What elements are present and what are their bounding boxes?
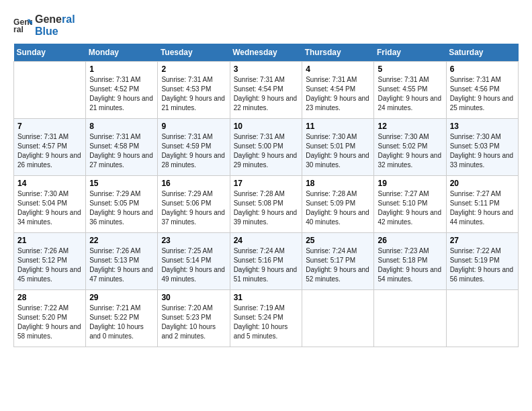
col-header-thursday: Thursday [302,44,374,62]
day-number: 10 [234,122,299,131]
day-info: Sunrise: 7:22 AMSunset: 5:19 PMDaylight:… [450,246,515,284]
logo-icon: Gene ral [13,16,32,35]
col-header-sunday: Sunday [14,44,86,62]
calendar-cell: 16Sunrise: 7:29 AMSunset: 5:06 PMDayligh… [158,176,230,233]
day-info: Sunrise: 7:30 AMSunset: 5:02 PMDaylight:… [378,132,442,170]
calendar-cell: 28Sunrise: 7:22 AMSunset: 5:20 PMDayligh… [14,290,86,347]
day-info: Sunrise: 7:31 AMSunset: 4:54 PMDaylight:… [234,75,299,113]
calendar-cell: 3Sunrise: 7:31 AMSunset: 4:54 PMDaylight… [230,62,302,119]
day-info: Sunrise: 7:31 AMSunset: 4:53 PMDaylight:… [161,75,226,113]
day-info: Sunrise: 7:27 AMSunset: 5:10 PMDaylight:… [378,189,442,227]
day-info: Sunrise: 7:29 AMSunset: 5:06 PMDaylight:… [161,189,226,227]
calendar-cell: 21Sunrise: 7:26 AMSunset: 5:12 PMDayligh… [14,233,86,290]
day-info: Sunrise: 7:31 AMSunset: 4:56 PMDaylight:… [450,75,515,113]
day-number: 19 [378,179,442,188]
col-header-monday: Monday [86,44,158,62]
day-info: Sunrise: 7:30 AMSunset: 5:01 PMDaylight:… [306,132,370,170]
day-info: Sunrise: 7:31 AMSunset: 4:57 PMDaylight:… [17,132,82,170]
calendar-cell: 25Sunrise: 7:24 AMSunset: 5:17 PMDayligh… [302,233,374,290]
day-number: 31 [234,293,299,302]
calendar-cell: 13Sunrise: 7:30 AMSunset: 5:03 PMDayligh… [446,119,518,176]
calendar-cell: 29Sunrise: 7:21 AMSunset: 5:22 PMDayligh… [86,290,158,347]
calendar-cell: 14Sunrise: 7:30 AMSunset: 5:04 PMDayligh… [14,176,86,233]
calendar-cell: 9Sunrise: 7:31 AMSunset: 4:59 PMDaylight… [158,119,230,176]
calendar-cell: 5Sunrise: 7:31 AMSunset: 4:55 PMDaylight… [374,62,446,119]
day-number: 8 [89,122,154,131]
day-number: 4 [306,64,370,74]
day-number: 11 [306,122,370,131]
day-number: 30 [161,293,226,302]
day-number: 3 [234,64,299,74]
day-info: Sunrise: 7:28 AMSunset: 5:08 PMDaylight:… [234,189,299,227]
day-number: 5 [378,64,442,74]
day-info: Sunrise: 7:31 AMSunset: 4:54 PMDaylight:… [306,75,370,113]
day-info: Sunrise: 7:24 AMSunset: 5:17 PMDaylight:… [306,246,370,284]
day-number: 21 [17,236,82,245]
calendar-cell: 4Sunrise: 7:31 AMSunset: 4:54 PMDaylight… [302,62,374,119]
day-number: 9 [161,122,226,131]
calendar-cell: 23Sunrise: 7:25 AMSunset: 5:14 PMDayligh… [158,233,230,290]
calendar-cell: 24Sunrise: 7:24 AMSunset: 5:16 PMDayligh… [230,233,302,290]
day-number: 7 [17,122,82,131]
day-number: 22 [89,236,154,245]
day-number: 28 [17,293,82,302]
day-number: 20 [450,179,515,188]
day-info: Sunrise: 7:28 AMSunset: 5:09 PMDaylight:… [306,189,370,227]
day-info: Sunrise: 7:30 AMSunset: 5:03 PMDaylight:… [450,132,515,170]
day-info: Sunrise: 7:27 AMSunset: 5:11 PMDaylight:… [450,189,515,227]
calendar-cell: 19Sunrise: 7:27 AMSunset: 5:10 PMDayligh… [374,176,446,233]
day-info: Sunrise: 7:29 AMSunset: 5:05 PMDaylight:… [89,189,154,227]
calendar-cell: 22Sunrise: 7:26 AMSunset: 5:13 PMDayligh… [86,233,158,290]
day-number: 23 [161,236,226,245]
calendar-cell: 12Sunrise: 7:30 AMSunset: 5:02 PMDayligh… [374,119,446,176]
day-number: 27 [450,236,515,245]
day-number: 25 [306,236,370,245]
day-number: 18 [306,179,370,188]
day-info: Sunrise: 7:30 AMSunset: 5:04 PMDaylight:… [17,189,82,227]
calendar-cell: 18Sunrise: 7:28 AMSunset: 5:09 PMDayligh… [302,176,374,233]
day-info: Sunrise: 7:21 AMSunset: 5:22 PMDaylight:… [89,304,154,341]
day-number: 14 [17,179,82,188]
calendar-cell [446,290,518,347]
calendar-cell: 2Sunrise: 7:31 AMSunset: 4:53 PMDaylight… [158,62,230,119]
day-number: 29 [89,293,154,302]
calendar-cell: 17Sunrise: 7:28 AMSunset: 5:08 PMDayligh… [230,176,302,233]
day-number: 6 [450,64,515,74]
col-header-saturday: Saturday [446,44,518,62]
day-number: 1 [89,64,154,74]
day-number: 16 [161,179,226,188]
calendar-cell [14,62,86,119]
calendar-cell: 10Sunrise: 7:31 AMSunset: 5:00 PMDayligh… [230,119,302,176]
calendar-cell: 27Sunrise: 7:22 AMSunset: 5:19 PMDayligh… [446,233,518,290]
col-header-tuesday: Tuesday [158,44,230,62]
day-number: 26 [378,236,442,245]
calendar-cell: 30Sunrise: 7:20 AMSunset: 5:23 PMDayligh… [158,290,230,347]
day-info: Sunrise: 7:31 AMSunset: 4:58 PMDaylight:… [89,132,154,170]
day-info: Sunrise: 7:31 AMSunset: 4:52 PMDaylight:… [89,75,154,113]
header: Gene ral General Blue [13,13,519,37]
calendar-cell: 11Sunrise: 7:30 AMSunset: 5:01 PMDayligh… [302,119,374,176]
day-info: Sunrise: 7:31 AMSunset: 4:59 PMDaylight:… [161,132,226,170]
day-number: 17 [234,179,299,188]
calendar-table: SundayMondayTuesdayWednesdayThursdayFrid… [13,44,519,347]
calendar-cell: 31Sunrise: 7:19 AMSunset: 5:24 PMDayligh… [230,290,302,347]
day-number: 15 [89,179,154,188]
day-info: Sunrise: 7:24 AMSunset: 5:16 PMDaylight:… [234,246,299,284]
day-number: 2 [161,64,226,74]
calendar-cell: 26Sunrise: 7:23 AMSunset: 5:18 PMDayligh… [374,233,446,290]
calendar-cell [374,290,446,347]
day-info: Sunrise: 7:23 AMSunset: 5:18 PMDaylight:… [378,246,442,284]
day-number: 24 [234,236,299,245]
col-header-wednesday: Wednesday [230,44,302,62]
calendar-cell [302,290,374,347]
day-info: Sunrise: 7:26 AMSunset: 5:13 PMDaylight:… [89,246,154,284]
calendar-cell: 6Sunrise: 7:31 AMSunset: 4:56 PMDaylight… [446,62,518,119]
calendar-cell: 20Sunrise: 7:27 AMSunset: 5:11 PMDayligh… [446,176,518,233]
day-info: Sunrise: 7:31 AMSunset: 4:55 PMDaylight:… [378,75,442,113]
day-info: Sunrise: 7:22 AMSunset: 5:20 PMDaylight:… [17,304,82,341]
calendar-cell: 15Sunrise: 7:29 AMSunset: 5:05 PMDayligh… [86,176,158,233]
day-info: Sunrise: 7:20 AMSunset: 5:23 PMDaylight:… [161,304,226,341]
day-info: Sunrise: 7:25 AMSunset: 5:14 PMDaylight:… [161,246,226,284]
calendar-cell: 1Sunrise: 7:31 AMSunset: 4:52 PMDaylight… [86,62,158,119]
svg-text:ral: ral [13,25,24,34]
